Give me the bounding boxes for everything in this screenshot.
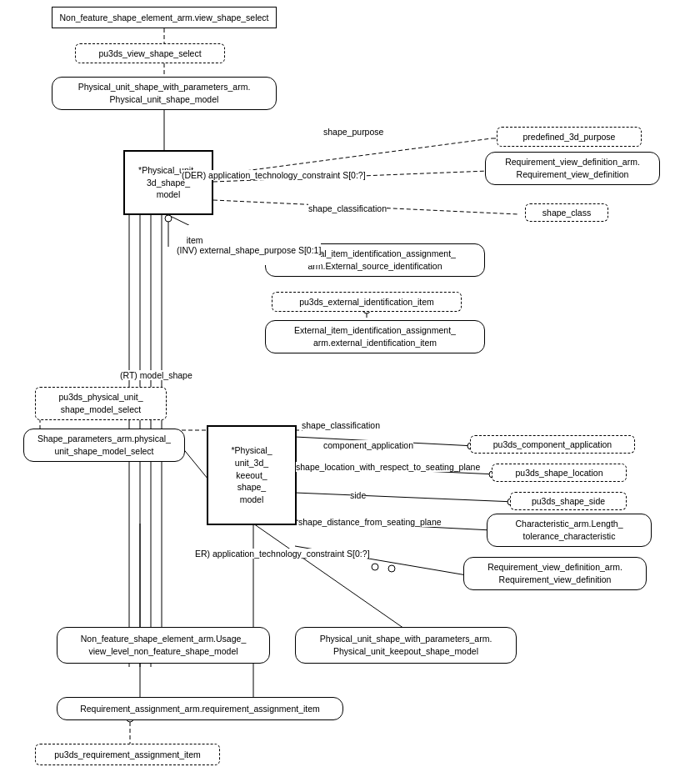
shape-class-node: shape_class — [525, 203, 608, 222]
pu3ds-shape-location-node: pu3ds_shape_location — [492, 464, 627, 482]
der-app-tech-bot-label: ER) application_technology_constraint S[… — [195, 549, 370, 559]
predefined-3d-node: predefined_3d_purpose — [497, 127, 642, 147]
rt-model-shape-label: (RT) model_shape — [120, 370, 192, 380]
non-feature-usage-node: Non_feature_shape_element_arm.Usage_ vie… — [57, 627, 270, 664]
shape-location-label: shape_location_with_respect_to_seating_p… — [296, 462, 480, 472]
component-application-label: component_application — [323, 440, 413, 450]
svg-point-29 — [388, 565, 395, 572]
shape-classification-bot-label: shape_classification — [302, 420, 380, 430]
der-app-tech-top-label: (DER) application_technology_constraint … — [182, 170, 366, 180]
pu3ds-physical-unit-node: pu3ds_physical_unit_ shape_model_select — [35, 387, 167, 420]
svg-line-22 — [295, 493, 515, 502]
pu3ds-view-node: pu3ds_view_shape_select — [75, 43, 225, 63]
shape-params-arm-node: Shape_parameters_arm.physical_ unit_shap… — [23, 429, 185, 462]
physical-unit-3d-shape-node: *Physical_unit_ 3d_shape_ model — [123, 150, 213, 215]
svg-line-36 — [253, 524, 407, 630]
side-label: side — [350, 490, 366, 500]
shape-classification-top-label: shape_classification — [308, 203, 387, 213]
shape-distance-label: shape_distance_from_seating_plane — [298, 517, 442, 527]
requirement-view-def-top-node: Requirement_view_definition_arm. Require… — [485, 152, 660, 185]
external-item-id-ext-node: External_item_identification_assignment_… — [265, 320, 485, 353]
pu3ds-external-id-node: pu3ds_external_identification_item — [272, 292, 462, 312]
pu3ds-shape-side-node: pu3ds_shape_side — [510, 492, 627, 510]
physical-unit-3d-keepout-node: *Physical_ unit_3d_ keeout_ shape_ model — [207, 425, 297, 525]
requirement-assignment-arm-node: Requirement_assignment_arm.requirement_a… — [57, 697, 343, 720]
physical-unit-keepout-node: Physical_unit_shape_with_parameters_arm.… — [295, 627, 517, 664]
diagram-container: Non_feature_shape_element_arm.view_shape… — [0, 0, 700, 777]
item-inv-label: item (INV) external_shape_purpose S[0:1] — [177, 225, 321, 265]
characteristic-arm-length-node: Characteristic_arm.Length_ tolerance_cha… — [487, 514, 652, 547]
requirement-view-def-bot-node: Requirement_view_definition_arm. Require… — [463, 557, 647, 590]
svg-point-28 — [372, 564, 378, 570]
pu3ds-requirement-assignment-node: pu3ds_requirement_assignment_item — [35, 744, 220, 765]
pu3ds-component-application-node: pu3ds_component_application — [470, 435, 635, 454]
shape-purpose-label: shape_purpose — [323, 127, 383, 137]
physical-unit-shape-with-params-node: Physical_unit_shape_with_parameters_arm.… — [52, 77, 277, 110]
svg-point-9 — [165, 215, 172, 222]
non-feature-top-node: Non_feature_shape_element_arm.view_shape… — [52, 7, 277, 28]
